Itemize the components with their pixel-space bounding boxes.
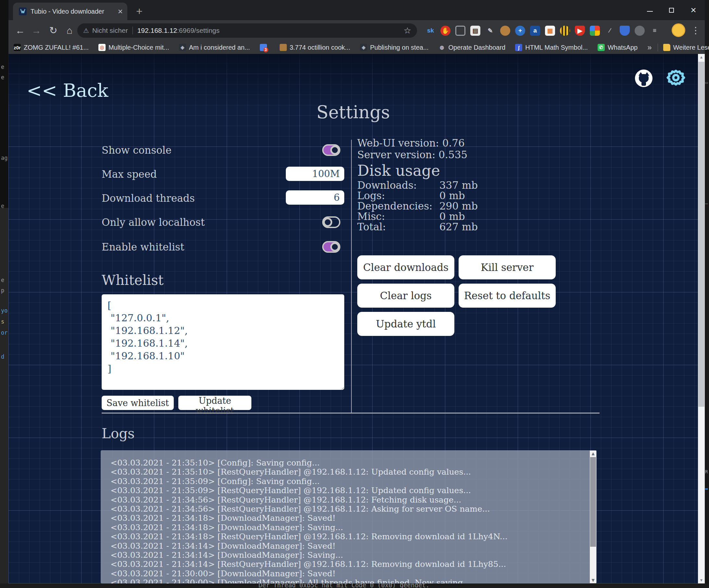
show-console-toggle[interactable]	[322, 144, 340, 156]
log-line: <03.03.2021 - 21:30:00> [DownloadManager…	[110, 578, 584, 584]
scroll-up-icon[interactable]: ▲	[698, 54, 705, 60]
bookmark-multiple-choice[interactable]: ◎ Multiple-Choice mit...	[98, 44, 169, 51]
log-scrollbar[interactable]: ▲ ▼	[590, 451, 596, 583]
bookmark-whatsapp[interactable]: ✆ WhatsApp	[598, 44, 637, 51]
log-line: <03.03.2021 - 21:35:10> [RestQueryHandle…	[110, 467, 584, 477]
disk-usage-label: Dependencies:	[357, 200, 436, 212]
disk-usage-row: Dependencies: 290 mb	[357, 200, 478, 210]
enable-whitelist-toggle[interactable]	[322, 241, 340, 253]
forward-icon[interactable]: →	[30, 24, 43, 37]
page-scrollbar-thumb[interactable]	[698, 62, 705, 407]
only-localhost-toggle[interactable]	[322, 216, 340, 228]
log-line: <03.03.2021 - 21:30:00> [DownloadManager…	[110, 569, 584, 578]
ext-blue-plus-icon[interactable]: +	[515, 26, 525, 36]
scroll-down-icon[interactable]: ▼	[698, 577, 705, 584]
bookmark-html-math-symbols[interactable]: ∫ HTML Math Symbol...	[515, 44, 588, 51]
bookmarks-overflow-chevron[interactable]: »	[647, 43, 652, 52]
scroll-down-icon[interactable]: ▼	[590, 577, 596, 583]
download-threads-input[interactable]	[286, 190, 344, 205]
ext-bee-icon[interactable]	[560, 26, 570, 36]
debug-output-text: Der Thread 0xb5c hat mit Code 0 (0x0) ge…	[259, 584, 429, 588]
clear-downloads-button[interactable]: Clear downloads	[357, 255, 454, 279]
scroll-up-icon[interactable]: ▲	[590, 451, 596, 456]
home-icon[interactable]: ⌂	[63, 24, 76, 37]
back-icon[interactable]: ←	[14, 24, 27, 37]
bookmark-am-i-considered[interactable]: ◈ Am i considered an...	[179, 44, 250, 51]
folder-icon	[663, 44, 671, 51]
bookmark-publishing-steam[interactable]: ◈ Publishing on stea...	[360, 44, 428, 51]
log-scrollbar-thumb[interactable]	[590, 457, 596, 547]
other-bookmarks-folder[interactable]: Weitere Lesezeichen	[663, 44, 709, 51]
bookmark-label: WhatsApp	[608, 44, 637, 51]
ext-ring-icon[interactable]	[455, 26, 466, 36]
github-icon[interactable]	[635, 70, 653, 87]
update-whitelist-button[interactable]: Update whitelist	[178, 396, 252, 410]
close-icon: ×	[690, 5, 696, 15]
server-version: Server version: 0.535	[357, 149, 467, 160]
new-tab-button[interactable]: +	[133, 5, 146, 18]
reload-icon[interactable]: ↻	[47, 24, 60, 37]
bookmark-favicon	[280, 44, 287, 51]
save-whitelist-button[interactable]: Save whitelist	[102, 396, 174, 410]
extensions-row: sk✋▤✎+a▦▶∕≡	[425, 24, 660, 37]
bookmark-icon-only[interactable]: 3	[260, 44, 270, 51]
max-speed-label: Max speed	[102, 168, 157, 180]
ext-amazon-icon[interactable]: a	[530, 26, 540, 36]
ext-playlist-icon[interactable]: ≡	[650, 26, 660, 36]
security-label[interactable]: Nicht sicher	[92, 27, 128, 34]
bookmark-zomg-zufall[interactable]: z0r ZOMG ZUFALL! #61...	[14, 44, 89, 51]
address-bar[interactable]: ⚠ Nicht sicher 192.168.1.12 :6969/settin…	[77, 23, 417, 38]
log-line: <03.03.2021 - 21:34:56> [RestQueryHandle…	[110, 495, 584, 505]
ext-blue-shield-icon[interactable]	[620, 26, 630, 36]
bookmark-favicon: 3	[260, 44, 267, 51]
only-localhost-label: Only allow localhost	[102, 216, 205, 228]
window-maximize-button[interactable]	[661, 0, 682, 20]
bookmark-favicon: ◈	[360, 44, 367, 51]
log-line: <03.03.2021 - 21:34:14> [DownloadManager…	[110, 541, 584, 551]
disk-usage-row: Total: 627 mb	[357, 221, 478, 231]
window-close-button[interactable]: ×	[683, 0, 704, 20]
bookmark-star-icon[interactable]: ☆	[404, 26, 411, 36]
clear-logs-button[interactable]: Clear logs	[357, 284, 454, 308]
bookmark-label: 3.774 octillion cook...	[290, 44, 350, 51]
show-console-label: Show console	[102, 144, 172, 156]
bookmark-octillion-cookies[interactable]: 3.774 octillion cook...	[280, 44, 350, 51]
code-fragment: ▬	[705, 486, 708, 491]
disk-usage-value: 337 mb	[440, 179, 478, 191]
page-title: Settings	[8, 102, 698, 123]
ext-syringe-icon[interactable]: ∕	[605, 26, 615, 36]
code-fragment: yo	[1, 307, 7, 314]
ext-red-shield-play-icon[interactable]: ▶	[575, 26, 585, 36]
profile-avatar[interactable]	[672, 23, 685, 37]
settings-gear-icon[interactable]	[666, 68, 685, 87]
ext-masked-doc-icon[interactable]: ▤	[470, 26, 480, 36]
whitelist-textarea[interactable]: [ "127.0.0.1", "192.168.1.12", "192.168.…	[102, 294, 344, 390]
disk-usage-value: 0 mb	[440, 190, 465, 201]
max-speed-input[interactable]	[286, 167, 344, 181]
ext-blocker-hand-icon[interactable]: ✋	[440, 26, 450, 36]
bookmark-label: Operate Dashboard	[448, 44, 506, 51]
page-scrollbar[interactable]: ▲ ▼	[698, 54, 705, 584]
window-minimize-button[interactable]	[639, 0, 661, 20]
reset-to-defaults-button[interactable]: Reset to defaults	[458, 284, 556, 308]
browser-tab[interactable]: Tubio - Video downloader ×	[13, 3, 127, 20]
ext-cookie-icon[interactable]	[500, 26, 510, 36]
tab-close-icon[interactable]: ×	[118, 7, 123, 16]
ext-photos-icon[interactable]: ▦	[545, 26, 555, 36]
browser-menu-icon[interactable]: ⋮	[690, 24, 702, 37]
bookmark-favicon: ∫	[515, 44, 522, 51]
disk-usage-label: Downloads:	[357, 179, 436, 191]
disk-usage-value: 290 mb	[440, 200, 478, 212]
tab-title: Tubio - Video downloader	[30, 8, 115, 15]
update-ytdl-button[interactable]: Update ytdl	[357, 312, 454, 336]
ext-puzzle-icon[interactable]	[635, 26, 645, 36]
ext-sk-icon[interactable]: sk	[425, 26, 436, 36]
kill-server-button[interactable]: Kill server	[458, 255, 556, 279]
ext-google-icon[interactable]	[590, 26, 600, 36]
bookmark-favicon: ✆	[598, 44, 605, 51]
ext-pen-icon[interactable]: ✎	[485, 26, 495, 36]
bookmark-operate-dashboard[interactable]: ◍ Operate Dashboard	[439, 44, 506, 51]
log-line: <03.03.2021 - 21:34:18> [DownloadManager…	[110, 514, 584, 523]
back-link[interactable]: << Back	[27, 80, 108, 101]
code-fragment: p	[1, 287, 4, 294]
